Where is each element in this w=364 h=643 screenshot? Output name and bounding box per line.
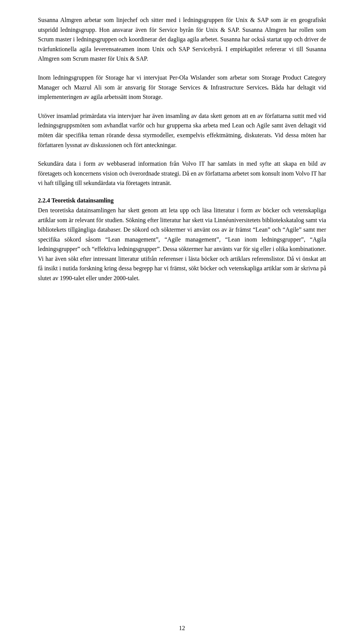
paragraph-3: Utöver insamlad primärdata via intervjue…	[38, 111, 326, 150]
section-title: Teoretisk datainsamling	[52, 197, 114, 204]
section-number: 2.2.4	[38, 197, 50, 204]
paragraph-2: Inom ledningsgruppen för Storage har vi …	[38, 73, 326, 102]
paragraph-4: Sekundära data i form av webbaserad info…	[38, 159, 326, 188]
section-body-224: Den teoretiska datainsamlingen har skett…	[38, 205, 326, 283]
page-number: 12	[0, 625, 364, 632]
page-container: Susanna Almgren arbetar som linjechef oc…	[0, 0, 364, 643]
section-heading-224: 2.2.4 Teoretisk datainsamling	[38, 197, 326, 204]
paragraph-1: Susanna Almgren arbetar som linjechef oc…	[38, 15, 326, 64]
